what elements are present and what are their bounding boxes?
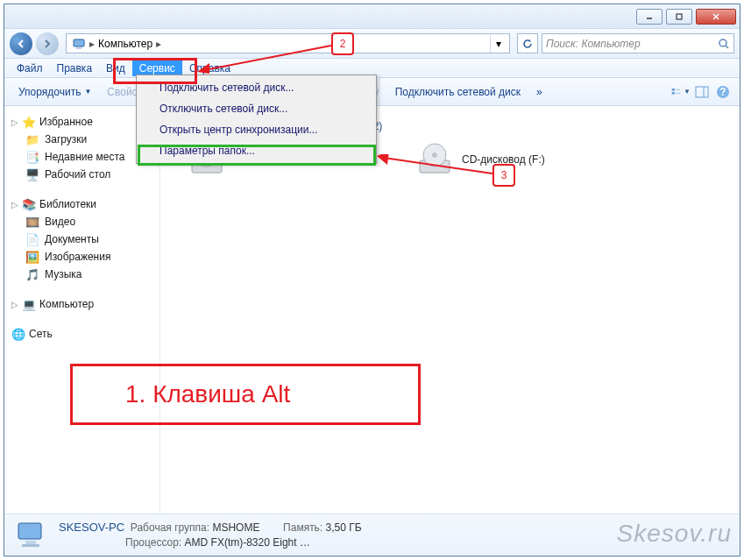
sidebar-videos[interactable]: 🎞️Видео xyxy=(8,213,156,230)
help-button[interactable]: ? xyxy=(713,82,733,102)
svg-rect-9 xyxy=(672,92,675,95)
svg-rect-5 xyxy=(76,47,81,49)
sidebar-favorites[interactable]: ▷⭐Избранное xyxy=(8,113,156,131)
titlebar xyxy=(4,4,740,29)
view-options-button[interactable]: ▼ xyxy=(671,82,691,102)
recent-icon: 📑 xyxy=(25,150,39,164)
svg-rect-22 xyxy=(18,523,41,539)
content-pane: ▾Устройства со съемными носителями (2) C… xyxy=(160,106,740,514)
menu-folder-options[interactable]: Параметры папок... xyxy=(138,140,374,161)
back-button[interactable] xyxy=(10,32,32,55)
network-icon: 🌐 xyxy=(11,327,25,341)
computer-icon: 💻 xyxy=(22,297,36,311)
svg-rect-12 xyxy=(696,87,708,97)
body: ▷⭐Избранное 📁Загрузки 📑Недавние места 🖥️… xyxy=(4,106,740,514)
minimize-button[interactable] xyxy=(636,9,663,25)
menu-map-drive[interactable]: Подключить сетевой диск... xyxy=(138,77,374,98)
sidebar-network[interactable]: 🌐Сеть xyxy=(8,325,156,343)
sidebar-documents[interactable]: 📄Документы xyxy=(8,230,156,248)
document-icon: 📄 xyxy=(25,232,39,246)
close-button[interactable] xyxy=(696,9,736,25)
sidebar-music[interactable]: 🎵Музыка xyxy=(8,266,156,283)
svg-rect-24 xyxy=(22,544,39,547)
sidebar: ▷⭐Избранное 📁Загрузки 📑Недавние места 🖥️… xyxy=(4,106,160,514)
breadcrumb-root[interactable]: Компьютер xyxy=(96,38,154,50)
search-placeholder: Поиск: Компьютер xyxy=(546,38,641,50)
map-drive-button[interactable]: Подключить сетевой диск xyxy=(388,82,528,102)
organize-button[interactable]: Упорядочить▼ xyxy=(11,82,98,102)
sidebar-downloads[interactable]: 📁Загрузки xyxy=(8,131,156,148)
status-text: SKESOV-PC Рабочая группа: MSHOME Память:… xyxy=(59,520,362,550)
annotation-callout-3: 3 xyxy=(492,164,515,187)
toolbar-overflow[interactable]: » xyxy=(529,82,549,102)
breadcrumb-sep: ▸ xyxy=(89,38,95,50)
annotation-step-1: 1. Клавиша Alt xyxy=(70,364,421,425)
sidebar-libraries[interactable]: ▷📚Библиотеки xyxy=(8,195,156,213)
sidebar-pictures[interactable]: 🖼️Изображения xyxy=(8,248,156,266)
svg-rect-23 xyxy=(25,541,36,544)
menu-disconnect-drive[interactable]: Отключить сетевой диск... xyxy=(138,98,374,119)
menu-sync-center[interactable]: Открыть центр синхронизации... xyxy=(138,119,374,140)
sidebar-computer[interactable]: ▷💻Компьютер xyxy=(8,295,156,313)
search-icon xyxy=(718,38,730,50)
address-bar[interactable]: ▸ Компьютер ▸ ▾ xyxy=(66,33,510,53)
menu-tools[interactable]: Сервис xyxy=(132,60,182,76)
forward-button[interactable] xyxy=(36,32,59,55)
computer-icon xyxy=(70,37,88,51)
folder-icon: 📁 xyxy=(25,132,39,146)
svg-text:?: ? xyxy=(719,86,726,98)
annotation-callout-2: 2 xyxy=(331,32,354,55)
sidebar-recent[interactable]: 📑Недавние места xyxy=(8,148,156,166)
breadcrumb-sep2: ▸ xyxy=(156,38,161,50)
menu-help[interactable]: Справка xyxy=(182,60,237,76)
address-dropdown[interactable]: ▾ xyxy=(490,34,506,53)
libraries-icon: 📚 xyxy=(22,197,36,211)
star-icon: ⭐ xyxy=(22,115,36,129)
tools-dropdown: Подключить сетевой диск... Отключить сет… xyxy=(136,74,377,164)
svg-line-7 xyxy=(726,46,728,48)
svg-rect-1 xyxy=(677,14,682,19)
navbar: ▸ Компьютер ▸ ▾ Поиск: Компьютер xyxy=(4,29,740,59)
sidebar-desktop[interactable]: 🖥️Рабочий стол xyxy=(8,166,156,183)
refresh-button[interactable] xyxy=(517,33,538,53)
preview-pane-button[interactable] xyxy=(692,82,712,102)
svg-point-21 xyxy=(432,152,437,158)
computer-large-icon xyxy=(13,518,48,553)
svg-rect-4 xyxy=(74,39,84,46)
desktop-icon: 🖥️ xyxy=(25,167,39,181)
maximize-button[interactable] xyxy=(666,9,692,25)
picture-icon: 🖼️ xyxy=(25,250,39,264)
music-icon: 🎵 xyxy=(25,267,39,281)
search-input[interactable]: Поиск: Компьютер xyxy=(542,33,734,53)
svg-rect-8 xyxy=(672,88,675,90)
pc-name: SKESOV-PC xyxy=(59,521,124,534)
svg-point-6 xyxy=(719,39,726,46)
menu-edit[interactable]: Правка xyxy=(50,60,100,76)
statusbar: SKESOV-PC Рабочая группа: MSHOME Память:… xyxy=(4,514,740,556)
menu-file[interactable]: Файл xyxy=(10,60,50,76)
menu-view[interactable]: Вид xyxy=(99,60,132,76)
video-icon: 🎞️ xyxy=(25,215,39,229)
cd-drive-icon xyxy=(416,141,453,178)
